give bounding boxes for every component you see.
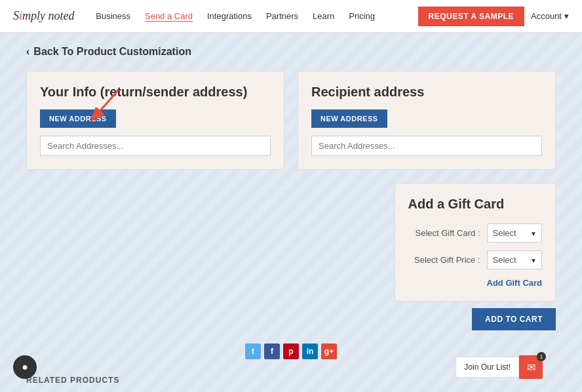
recipient-title: Recipient address xyxy=(311,85,542,100)
pinterest-icon[interactable]: p xyxy=(283,343,299,359)
header: Simply noted Business Send a Card Integr… xyxy=(0,0,582,33)
bottom-row: ADD TO CART xyxy=(26,308,556,330)
new-address-container: NEW ADDRESS xyxy=(40,109,116,136)
nav-send-card[interactable]: Send a Card xyxy=(145,11,193,22)
your-info-search-input[interactable] xyxy=(40,136,271,156)
select-gift-price-input[interactable]: Select xyxy=(487,250,543,269)
select-gift-price-wrapper: Select ▼ xyxy=(487,250,543,269)
header-right: REQUEST A SAMPLE Account ▾ xyxy=(418,7,569,26)
recipient-address-card: Recipient address NEW ADDRESS xyxy=(298,71,556,170)
account-link[interactable]: Account ▾ xyxy=(531,11,569,21)
recipient-new-address-button[interactable]: NEW ADDRESS xyxy=(311,109,387,128)
add-to-cart-button[interactable]: ADD TO CART xyxy=(472,308,556,330)
select-gift-card-input[interactable]: Select xyxy=(487,224,543,243)
nav-integrations[interactable]: Integrations xyxy=(207,11,252,21)
your-info-new-address-button[interactable]: NEW ADDRESS xyxy=(40,109,116,128)
recipient-search-input[interactable] xyxy=(311,136,542,156)
join-list-button[interactable]: Join Our List! xyxy=(456,357,519,378)
join-list-container: Join Our List! ✉ 1 xyxy=(456,355,543,379)
select-gift-price-row: Select Gift Price : Select ▼ xyxy=(408,250,543,269)
add-gift-card-button[interactable]: Add Gift Card xyxy=(487,278,543,288)
nav-learn[interactable]: Learn xyxy=(313,11,334,21)
google-icon[interactable]: g+ xyxy=(321,343,337,359)
email-badge: 1 xyxy=(537,352,546,361)
chat-bubble[interactable]: ● xyxy=(13,355,37,379)
nav-partners[interactable]: Partners xyxy=(266,11,298,21)
gift-card-section: Add a Gift Card Select Gift Card : Selec… xyxy=(395,183,556,302)
twitter-icon[interactable]: t xyxy=(245,343,261,359)
select-gift-card-row: Select Gift Card : Select ▼ xyxy=(408,224,543,243)
chevron-down-icon: ▾ xyxy=(564,11,569,21)
gift-card-title: Add a Gift Card xyxy=(408,197,543,212)
main-nav: Business Send a Card Integrations Partne… xyxy=(96,11,375,22)
select-gift-card-wrapper: Select ▼ xyxy=(487,224,543,243)
select-gift-card-label: Select Gift Card : xyxy=(408,228,480,238)
facebook-icon[interactable]: f xyxy=(264,343,280,359)
nav-pricing[interactable]: Pricing xyxy=(349,11,375,21)
back-arrow-icon: ‹ xyxy=(26,46,29,58)
address-cards-row: Your Info (return/sender address) NEW AD… xyxy=(26,71,556,170)
chat-icon: ● xyxy=(22,361,28,373)
logo: Simply noted xyxy=(13,9,75,23)
linkedin-icon[interactable]: in xyxy=(302,343,318,359)
your-info-title: Your Info (return/sender address) xyxy=(40,85,271,100)
email-icon: ✉ xyxy=(527,361,535,374)
main-content: ‹ Back To Product Customization Your Inf… xyxy=(0,33,582,392)
request-sample-button[interactable]: REQUEST A SAMPLE xyxy=(418,7,524,26)
back-link[interactable]: ‹ Back To Product Customization xyxy=(26,46,556,58)
add-gift-card-row: Add Gift Card xyxy=(408,277,543,288)
select-gift-price-label: Select Gift Price : xyxy=(408,255,480,265)
nav-business[interactable]: Business xyxy=(96,11,130,21)
email-button[interactable]: ✉ 1 xyxy=(519,355,543,379)
your-info-card: Your Info (return/sender address) NEW AD… xyxy=(26,71,284,170)
